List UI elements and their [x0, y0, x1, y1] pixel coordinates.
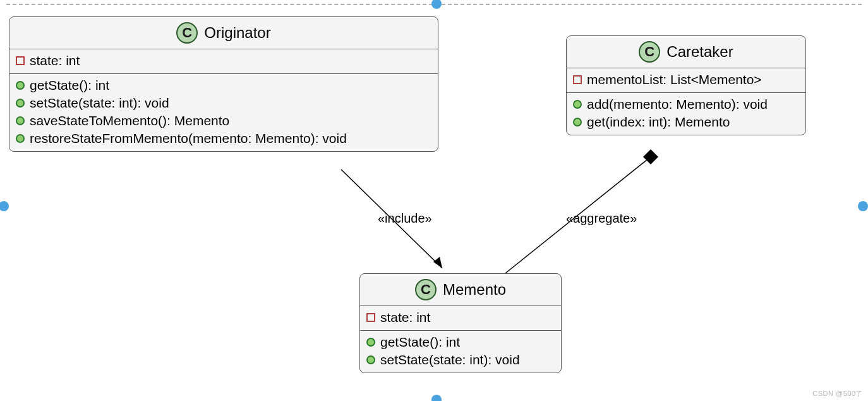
- class-header: C Memento: [360, 274, 561, 306]
- attributes-section: mementoList: List<Memento>: [567, 68, 805, 92]
- visibility-icon-public: [16, 134, 25, 143]
- resize-handle-bottom[interactable]: [431, 395, 442, 401]
- attribute-row: state: int: [366, 309, 555, 326]
- watermark: CSDN @500了: [812, 389, 863, 398]
- attributes-section: state: int: [9, 49, 438, 73]
- visibility-icon-public: [366, 338, 375, 347]
- attribute-row: state: int: [16, 52, 431, 70]
- class-icon: C: [639, 41, 660, 63]
- relation-label-include: «include»: [378, 211, 432, 226]
- visibility-icon-private: [573, 75, 582, 84]
- class-name: Caretaker: [666, 43, 733, 61]
- visibility-icon-public: [16, 116, 25, 125]
- method-text: getState(): int: [30, 78, 109, 93]
- method-text: restoreStateFromMemento(memento: Memento…: [30, 131, 347, 146]
- methods-section: add(memento: Memento): void get(index: i…: [567, 92, 805, 135]
- method-text: saveStateToMemento(): Memento: [30, 113, 229, 128]
- attribute-text: state: int: [380, 310, 430, 325]
- method-text: get(index: int): Memento: [587, 114, 730, 130]
- method-text: setState(state: int): void: [380, 352, 520, 367]
- method-text: getState(): int: [380, 335, 460, 350]
- visibility-icon-public: [16, 81, 25, 90]
- class-icon: C: [415, 279, 437, 300]
- attribute-text: mementoList: List<Memento>: [587, 72, 762, 87]
- visibility-icon-public: [16, 99, 25, 108]
- method-row: restoreStateFromMemento(memento: Memento…: [16, 130, 431, 147]
- attribute-text: state: int: [30, 53, 80, 68]
- method-row: setState(state: int): void: [16, 94, 431, 112]
- class-caretaker[interactable]: C Caretaker mementoList: List<Memento> a…: [566, 35, 806, 135]
- resize-handle-right[interactable]: [858, 201, 868, 211]
- class-header: C Caretaker: [567, 36, 805, 68]
- method-row: getState(): int: [16, 77, 431, 94]
- attributes-section: state: int: [360, 306, 561, 330]
- method-row: add(memento: Memento): void: [573, 96, 799, 113]
- class-name: Originator: [204, 24, 270, 42]
- visibility-icon-private: [16, 56, 25, 65]
- method-row: setState(state: int): void: [366, 351, 555, 369]
- method-text: setState(state: int): void: [30, 96, 169, 111]
- relation-label-aggregate: «aggregate»: [566, 211, 637, 226]
- class-originator[interactable]: C Originator state: int getState(): int …: [9, 16, 438, 152]
- visibility-icon-public: [573, 118, 582, 126]
- methods-section: getState(): int setState(state: int): vo…: [9, 73, 438, 151]
- class-memento[interactable]: C Memento state: int getState(): int set…: [359, 273, 562, 373]
- visibility-icon-private: [366, 313, 375, 322]
- method-row: saveStateToMemento(): Memento: [16, 112, 431, 130]
- attribute-row: mementoList: List<Memento>: [573, 71, 799, 89]
- method-text: add(memento: Memento): void: [587, 97, 768, 112]
- class-icon: C: [176, 22, 198, 44]
- methods-section: getState(): int setState(state: int): vo…: [360, 330, 561, 373]
- class-header: C Originator: [9, 17, 438, 49]
- visibility-icon-public: [366, 355, 375, 364]
- class-name: Memento: [443, 281, 506, 299]
- method-row: get(index: int): Memento: [573, 113, 799, 131]
- method-row: getState(): int: [366, 333, 555, 351]
- visibility-icon-public: [573, 100, 582, 109]
